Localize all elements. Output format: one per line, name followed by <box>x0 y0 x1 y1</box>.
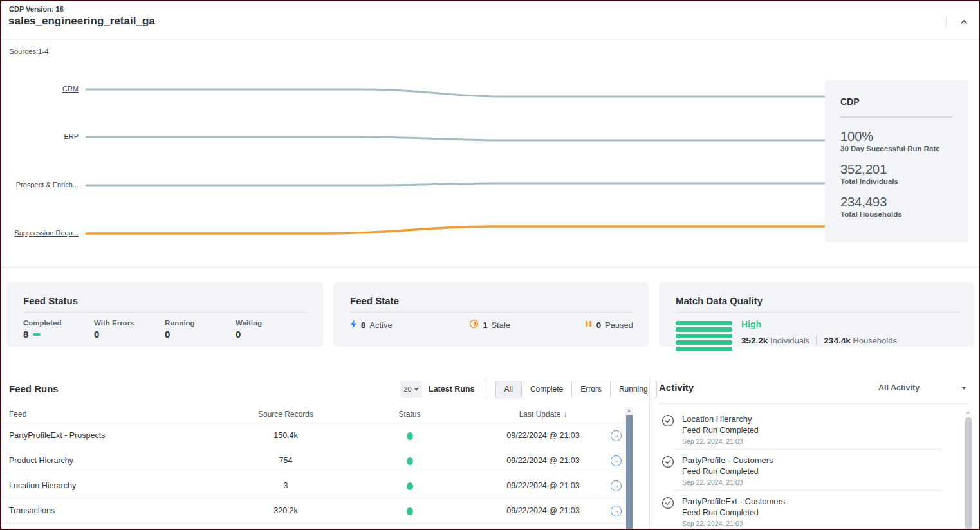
activity-feed-name: PartyProfileExt - Customers <box>682 497 942 506</box>
lightning-icon <box>350 320 357 331</box>
row-updated: 09/22/2024 @ 21:03 <box>492 481 595 490</box>
stale-icon <box>469 319 479 331</box>
stale-label: Stale <box>491 320 510 330</box>
activity-item-divider <box>674 490 941 491</box>
match-quality-title: Match Data Quality <box>676 295 959 306</box>
source-node-crm[interactable]: CRM <box>1 85 79 93</box>
filter-errors-button[interactable]: Errors <box>572 381 611 398</box>
row-feed-name: Product Hierarchy <box>1 456 244 465</box>
quality-meter-icon <box>676 319 732 351</box>
completed-indicator-icon <box>33 333 41 336</box>
match-quality-card: Match Data Quality High 352.2k Individua… <box>659 282 975 347</box>
row-records: 320.2k <box>244 506 328 515</box>
scroll-up-icon[interactable]: ▲ <box>625 407 633 412</box>
feed-status-divider <box>23 312 308 313</box>
run-rate-label: 30 Day Successful Run Rate <box>840 145 953 152</box>
status-dot <box>407 507 413 515</box>
panel-divider <box>649 378 650 530</box>
header-bottom-border <box>1 39 979 40</box>
active-count: 8 <box>361 320 365 330</box>
header-divider <box>946 17 947 28</box>
table-header-row: Feed Source Records Status Last Update↓ <box>1 405 625 423</box>
col-status: Status <box>328 410 492 419</box>
table-scrollbar-thumb[interactable] <box>626 415 633 529</box>
activity-item[interactable]: Location Hierarchy Feed Run Completed Se… <box>659 414 942 445</box>
running-value: 0 <box>165 329 170 340</box>
open-run-icon[interactable]: → <box>611 455 622 466</box>
col-source-records: Source Records <box>244 410 328 419</box>
row-feed-name: PartyProfileExt - Prospects <box>1 431 244 440</box>
quality-households-value: 234.4k <box>824 336 850 345</box>
cdp-version-label: CDP Version: 16 <box>9 5 64 13</box>
flow-line-crm <box>86 89 826 96</box>
active-label: Active <box>369 320 392 330</box>
activity-item[interactable]: PartyProfile - Customers Feed Run Comple… <box>659 455 942 486</box>
flow-line-suppression <box>86 226 826 233</box>
activity-scrollbar: ▲ <box>964 408 972 530</box>
table-row: Product Hierarchy 754 09/22/2024 @ 21:03… <box>1 448 625 473</box>
activity-timestamp: Sep 22, 2024, 21:03 <box>682 437 942 445</box>
waiting-value: 0 <box>236 329 241 340</box>
cdp-panel-title: CDP <box>840 96 953 107</box>
feed-state-card: Feed State 8 Active 1 Stale <box>333 282 649 347</box>
scroll-up-icon[interactable]: ▲ <box>964 408 972 414</box>
total-households-value: 234,493 <box>840 195 953 209</box>
filter-complete-button[interactable]: Complete <box>522 381 572 398</box>
activity-timestamp: Sep 22, 2024, 21:03 <box>682 479 942 486</box>
run-filter-group: All Complete Errors Running <box>495 381 657 398</box>
activity-filter-value: All Activity <box>878 383 920 392</box>
feed-state-title: Feed State <box>350 295 633 306</box>
page-size-value: 20 <box>403 385 411 393</box>
row-updated: 09/22/2024 @ 21:03 <box>492 506 595 515</box>
caret-down-icon <box>961 387 966 390</box>
filter-all-button[interactable]: All <box>495 381 522 398</box>
waiting-label: Waiting <box>236 319 306 327</box>
run-rate-value: 100% <box>840 129 953 143</box>
activity-filter-select[interactable]: All Activity <box>838 383 966 392</box>
open-run-icon[interactable]: → <box>611 480 622 491</box>
total-individuals-value: 352,201 <box>840 162 953 176</box>
table-scrollbar: ▲ <box>625 407 633 529</box>
activity-title: Activity <box>659 382 694 393</box>
timeline-connector <box>10 428 10 454</box>
quality-vertical-divider <box>816 335 817 345</box>
source-node-erp[interactable]: ERP <box>1 132 79 140</box>
quality-individuals-value: 352.2k <box>741 336 768 345</box>
collapse-panel-button[interactable] <box>957 17 970 30</box>
activity-timestamp: Sep 22, 2024, 21:03 <box>682 520 942 527</box>
row-records: 754 <box>244 456 328 465</box>
open-run-icon[interactable]: → <box>611 506 622 516</box>
flow-line-prospect <box>86 183 826 185</box>
feed-runs-title: Feed Runs <box>9 383 59 394</box>
row-records: 150.4k <box>244 431 328 440</box>
page-size-select[interactable]: 20 <box>400 381 422 398</box>
pause-icon <box>585 320 593 330</box>
timeline-connector <box>10 470 10 495</box>
sources-range-link[interactable]: 1-4 <box>38 48 49 55</box>
activity-feed-name: Location Hierarchy <box>682 414 942 424</box>
activity-scrollbar-thumb[interactable] <box>965 417 972 530</box>
source-node-suppression[interactable]: Suppression Requ... <box>1 229 79 237</box>
col-last-update[interactable]: Last Update↓ <box>492 410 595 419</box>
cdp-panel-divider <box>840 116 953 118</box>
source-node-prospect[interactable]: Prospect & Enrich... <box>1 181 79 188</box>
quality-individuals-label: Individuals <box>770 336 809 345</box>
completed-value: 8 <box>23 329 28 340</box>
row-updated: 09/22/2024 @ 21:03 <box>492 456 595 465</box>
cdp-dashboard: CDP Version: 16 sales_engineering_retail… <box>0 0 980 530</box>
activity-item[interactable]: PartyProfileExt - Customers Feed Run Com… <box>659 497 942 527</box>
total-individuals-label: Total Individuals <box>840 178 953 185</box>
latest-runs-label: Latest Runs <box>429 385 475 394</box>
completed-label: Completed <box>23 319 94 327</box>
running-label: Running <box>165 319 236 327</box>
sort-desc-icon: ↓ <box>563 410 567 419</box>
timeline-connector <box>10 511 10 530</box>
status-dot <box>407 482 413 490</box>
caret-down-icon <box>414 388 419 391</box>
with-errors-value: 0 <box>94 329 99 340</box>
cdp-summary-panel: CDP 100% 30 Day Successful Run Rate 352,… <box>825 80 968 242</box>
activity-item-divider <box>674 449 941 450</box>
activity-event: Feed Run Completed <box>682 508 942 517</box>
feed-status-card: Feed Status Completed 8 With Errors 0 Ru… <box>6 282 323 347</box>
open-run-icon[interactable]: → <box>611 430 622 441</box>
